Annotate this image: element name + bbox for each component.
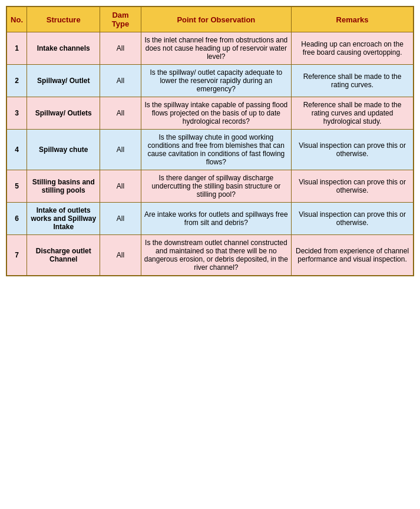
table-row: 4Spillway chuteAllIs the spillway chute …	[6, 130, 414, 170]
cell-point: Is the downstream outlet channel constru…	[141, 235, 292, 276]
cell-dam-type: All	[100, 65, 141, 97]
cell-structure: Intake of outlets works and Spillway Int…	[27, 203, 100, 235]
cell-structure: Spillway/ Outlets	[27, 97, 100, 130]
header-remarks: Remarks	[292, 6, 414, 32]
cell-point: Is there danger of spillway discharge un…	[141, 170, 292, 203]
cell-no: 6	[6, 203, 27, 235]
cell-structure: Spillway/ Outlet	[27, 65, 100, 97]
header-no: No.	[6, 6, 27, 32]
cell-structure: Intake channels	[27, 32, 100, 65]
cell-no: 4	[6, 130, 27, 170]
cell-remarks: Visual inspection can prove this or othe…	[292, 130, 414, 170]
cell-dam-type: All	[100, 203, 141, 235]
cell-point: Is the spillway intake capable of passin…	[141, 97, 292, 130]
cell-structure: Stilling basins and stilling pools	[27, 170, 100, 203]
cell-point: Is the spillway chute in good working co…	[141, 130, 292, 170]
observation-table: No. Structure Dam Type Point for Observa…	[6, 6, 414, 276]
cell-point: Is the inlet channel free from obstructi…	[141, 32, 292, 65]
table-row: 1Intake channelsAllIs the inlet channel …	[6, 32, 414, 65]
table-row: 7Discharge outlet ChannelAllIs the downs…	[6, 235, 414, 276]
cell-remarks: Visual inspection can prove this or othe…	[292, 203, 414, 235]
header-point: Point for Observation	[141, 6, 292, 32]
header-dam-type: Dam Type	[100, 6, 141, 32]
header-structure: Structure	[27, 6, 100, 32]
table-header-row: No. Structure Dam Type Point for Observa…	[6, 6, 414, 32]
cell-dam-type: All	[100, 130, 141, 170]
cell-no: 3	[6, 97, 27, 130]
cell-remarks: Decided from experience of channel perfo…	[292, 235, 414, 276]
cell-dam-type: All	[100, 235, 141, 276]
table-row: 2Spillway/ OutletAllIs the spillway/ out…	[6, 65, 414, 97]
cell-remarks: Reference shall be made to the rating cu…	[292, 65, 414, 97]
cell-structure: Discharge outlet Channel	[27, 235, 100, 276]
cell-no: 2	[6, 65, 27, 97]
table-row: 5Stilling basins and stilling poolsAllIs…	[6, 170, 414, 203]
cell-no: 7	[6, 235, 27, 276]
cell-no: 1	[6, 32, 27, 65]
cell-dam-type: All	[100, 170, 141, 203]
cell-dam-type: All	[100, 32, 141, 65]
cell-no: 5	[6, 170, 27, 203]
cell-remarks: Heading up can encroach on the free boar…	[292, 32, 414, 65]
cell-structure: Spillway chute	[27, 130, 100, 170]
cell-remarks: Visual inspection can prove this or othe…	[292, 170, 414, 203]
table-row: 3Spillway/ OutletsAllIs the spillway int…	[6, 97, 414, 130]
cell-point: Is the spillway/ outlet capacity adequat…	[141, 65, 292, 97]
table-row: 6Intake of outlets works and Spillway In…	[6, 203, 414, 235]
cell-point: Are intake works for outlets and spillwa…	[141, 203, 292, 235]
cell-remarks: Reference shall be made to the rating cu…	[292, 97, 414, 130]
cell-dam-type: All	[100, 97, 141, 130]
